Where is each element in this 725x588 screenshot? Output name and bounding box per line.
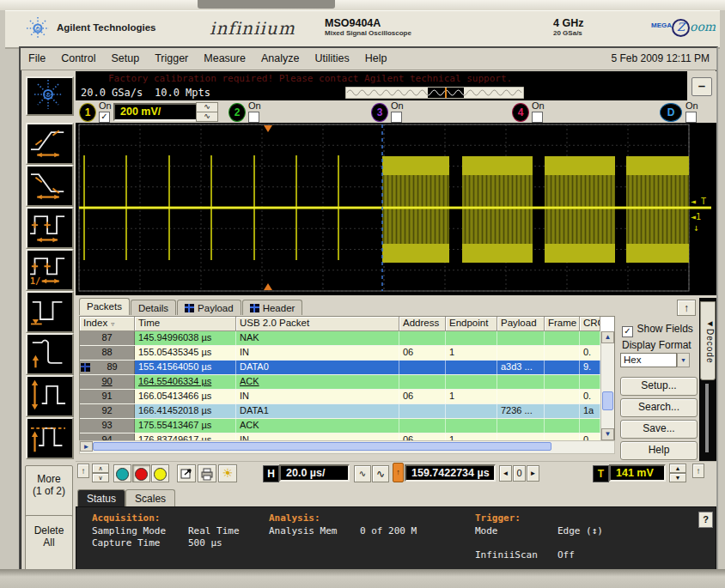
- print-button[interactable]: [198, 464, 216, 482]
- packet-row-91[interactable]: 91166.05413466 µsIN0610.: [80, 390, 614, 404]
- display-format-select[interactable]: Hex: [620, 353, 677, 367]
- menu-bar: FileControlSetupTriggerMeasureAnalyzeUti…: [21, 48, 716, 70]
- vtop-button[interactable]: [26, 417, 74, 459]
- minimize-button[interactable]: –: [691, 77, 712, 96]
- packet-row-89[interactable]: 89155.41564050 µsDATA0a3d3 ...9.: [80, 361, 614, 375]
- search-button[interactable]: Search...: [620, 398, 698, 417]
- trigger-level-value[interactable]: 141 mV: [609, 464, 666, 482]
- menu-analyze[interactable]: Analyze: [253, 48, 307, 67]
- horizontal-delay-value[interactable]: 159.7422734 µs: [405, 464, 496, 482]
- table-vertical-scrollbar[interactable]: ▲ ▼: [600, 331, 614, 440]
- menu-setup[interactable]: Setup: [103, 48, 147, 67]
- packet-row-87[interactable]: 87145.94996038 µsNAK: [80, 331, 614, 346]
- horizontal-scroll-thumb[interactable]: [93, 442, 551, 451]
- pan-up-button[interactable]: ↑: [77, 464, 89, 478]
- channel4-badge[interactable]: 4: [512, 103, 529, 122]
- menu-control[interactable]: Control: [53, 48, 103, 67]
- scroll-down-arrow[interactable]: ▼: [601, 428, 614, 440]
- channel3-on-checkbox[interactable]: [391, 112, 402, 123]
- packet-row-93[interactable]: 93175.55413467 µsACK: [80, 419, 614, 433]
- spinner-down-button[interactable]: ∨: [92, 473, 109, 482]
- column-header-index[interactable]: Index▿: [80, 317, 135, 331]
- column-header-packet[interactable]: USB 2.0 Packet: [236, 317, 399, 331]
- collapse-panel-button[interactable]: ↑: [677, 300, 696, 316]
- menu-help[interactable]: Help: [357, 48, 395, 67]
- column-header-payload[interactable]: Payload: [497, 317, 545, 331]
- delete-all-button[interactable]: Delete All: [25, 515, 73, 572]
- channel1-badge[interactable]: 1: [79, 103, 96, 122]
- menu-utilities[interactable]: Utilities: [307, 48, 356, 67]
- packet-row-88[interactable]: 88155.05435345 µsIN0610.: [80, 346, 614, 361]
- trigger-pan-up-button[interactable]: ↑: [692, 464, 704, 478]
- measurement-sidebar: 1/: [22, 71, 76, 569]
- menu-file[interactable]: File: [21, 48, 53, 67]
- decode-vertical-tab[interactable]: ◄Decode: [700, 301, 716, 380]
- more-measurements-button[interactable]: More (1 of 2): [25, 465, 73, 518]
- vertical-scroll-thumb[interactable]: [602, 391, 613, 410]
- channel1-scale-down-button[interactable]: ∿: [196, 112, 218, 122]
- delay-left-button[interactable]: ◄: [499, 465, 512, 482]
- menu-measure[interactable]: Measure: [196, 48, 253, 67]
- channel1-on-checkbox[interactable]: ✓: [99, 112, 110, 123]
- column-header-endpoint[interactable]: Endpoint: [446, 317, 497, 331]
- channel1-scale[interactable]: 200 mV/: [113, 103, 199, 121]
- show-fields-checkbox[interactable]: ✓: [622, 326, 633, 337]
- frequency-button[interactable]: 1/: [26, 249, 74, 291]
- marker-color-teal-button[interactable]: [113, 464, 131, 482]
- cell-time: 166.41452018 µs: [135, 404, 236, 418]
- tab-header[interactable]: Header: [242, 300, 303, 315]
- tab-scales[interactable]: Scales: [125, 489, 175, 506]
- show-fields-option[interactable]: ✓ Show Fields: [622, 322, 693, 337]
- horizontal-scale-value[interactable]: 20.0 µs/: [279, 464, 350, 482]
- column-header-cr[interactable]: CRC: [580, 317, 600, 331]
- setup-button[interactable]: Setup...: [620, 377, 698, 396]
- agilent-home-button[interactable]: [26, 76, 74, 116]
- tab-packets[interactable]: Packets: [79, 298, 130, 315]
- pulse-width-button[interactable]: [26, 207, 74, 249]
- status-help-button[interactable]: ?: [698, 512, 713, 528]
- marker-color-yellow-button[interactable]: [151, 464, 169, 482]
- channel2-on-checkbox[interactable]: [248, 112, 259, 123]
- channel3-badge[interactable]: 3: [371, 103, 388, 122]
- packet-row-92[interactable]: 92166.41452018 µsDATA17236 ...1a: [80, 404, 614, 419]
- digital-on-checkbox[interactable]: [685, 112, 697, 123]
- scroll-right-arrow[interactable]: ►: [80, 441, 93, 452]
- table-horizontal-scrollbar[interactable]: ◄ ►: [79, 440, 615, 454]
- trigger-level-up-button[interactable]: ▲: [669, 464, 686, 473]
- display-format-dropdown-icon[interactable]: ▼: [677, 353, 690, 367]
- waveform-display[interactable]: ◄ T ◄1 ↓: [76, 123, 716, 295]
- scroll-up-arrow[interactable]: ▲: [601, 331, 614, 343]
- hscale-fine-button[interactable]: ∿: [354, 465, 371, 482]
- display-format-label: Display Format: [622, 339, 691, 351]
- tab-payload[interactable]: Payload: [177, 300, 241, 315]
- vbase-button[interactable]: [26, 333, 74, 375]
- vmin-button[interactable]: [26, 291, 74, 333]
- delay-right-button[interactable]: ►: [527, 465, 539, 482]
- clear-display-button[interactable]: [177, 464, 196, 482]
- save-button[interactable]: Save...: [620, 420, 698, 439]
- help-button[interactable]: Help: [620, 441, 698, 460]
- channel2-badge[interactable]: 2: [228, 103, 246, 122]
- rise-time-button[interactable]: [26, 123, 74, 165]
- hscale-coarse-button[interactable]: ∿: [372, 465, 389, 482]
- brightness-button[interactable]: ☀: [218, 464, 237, 482]
- column-header-address[interactable]: Address: [399, 317, 446, 331]
- tab-details[interactable]: Details: [131, 300, 176, 315]
- cell-index: 93: [80, 419, 135, 433]
- column-header-time[interactable]: Time: [135, 317, 236, 331]
- channel4-on-checkbox[interactable]: [532, 112, 543, 123]
- digital-badge[interactable]: D: [660, 103, 682, 122]
- column-header-frame[interactable]: Frame: [545, 317, 580, 331]
- delay-zero-button[interactable]: 0: [513, 465, 526, 482]
- packet-row-90[interactable]: 90164.55406334 µsACK: [80, 375, 614, 390]
- trigger-level-down-button[interactable]: ▼: [669, 473, 686, 482]
- marker-color-red-button[interactable]: [132, 464, 150, 482]
- cell-time: 166.05413466 µs: [135, 390, 236, 403]
- fall-time-button[interactable]: [26, 165, 74, 207]
- menu-trigger[interactable]: Trigger: [147, 48, 196, 67]
- strip-scrollbar[interactable]: [705, 384, 709, 452]
- vamplitude-button[interactable]: [26, 375, 74, 417]
- acquisition-preview-slider[interactable]: [345, 87, 524, 99]
- tab-status[interactable]: Status: [77, 489, 125, 506]
- spinner-up-button[interactable]: ∧: [92, 464, 109, 473]
